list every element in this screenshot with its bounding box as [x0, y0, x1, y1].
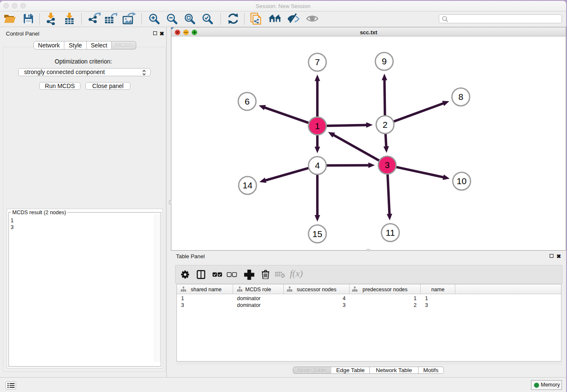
svg-text:9: 9: [382, 56, 387, 66]
svg-text:7: 7: [315, 57, 320, 67]
svg-text:6: 6: [245, 97, 250, 106]
svg-text:1: 1: [315, 121, 320, 131]
svg-text:10: 10: [457, 176, 466, 186]
svg-text:14: 14: [242, 180, 253, 190]
svg-text:11: 11: [386, 228, 395, 237]
svg-text:8: 8: [458, 92, 463, 102]
svg-text:2: 2: [383, 120, 388, 130]
svg-text:15: 15: [312, 229, 322, 239]
svg-text:3: 3: [385, 160, 390, 170]
svg-text:4: 4: [315, 160, 320, 170]
